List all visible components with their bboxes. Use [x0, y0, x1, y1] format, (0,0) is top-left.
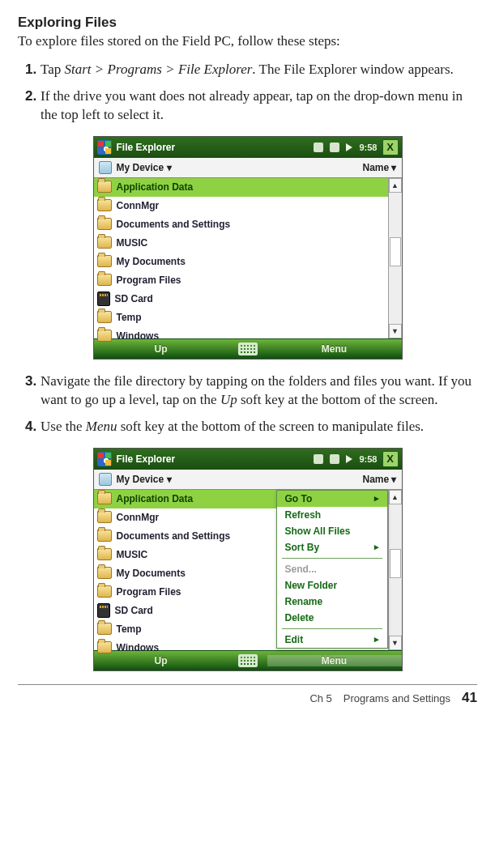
sd-card-icon [97, 603, 110, 618]
scroll-track[interactable] [389, 193, 402, 324]
sync-icon [330, 143, 339, 152]
item-label: Application Data [117, 181, 194, 193]
status-area: 9:58 [314, 454, 377, 464]
close-button[interactable]: X [382, 451, 399, 467]
item-label: Documents and Settings [117, 219, 231, 230]
folder-icon [97, 511, 112, 523]
sync-icon [330, 454, 339, 464]
start-icon[interactable] [97, 452, 112, 466]
menu-refresh[interactable]: Refresh [277, 507, 387, 523]
menu-label: Show All Files [285, 525, 351, 537]
menu-separator [282, 628, 382, 629]
location-dropdown[interactable]: My Device [117, 162, 172, 173]
close-button[interactable]: X [382, 139, 399, 155]
item-label: ConnMgr [117, 512, 160, 523]
signal-icon [314, 454, 323, 464]
step-4-text-a: Use the [41, 419, 86, 434]
menu-label: New Folder [285, 580, 338, 591]
item-label: My Documents [117, 568, 186, 579]
list-item[interactable]: Documents and Settings [94, 215, 388, 234]
menu-label: Edit [285, 634, 304, 645]
step-3: Navigate the file directory by tapping o… [41, 372, 477, 410]
folder-icon [97, 218, 112, 230]
item-label: Application Data [117, 493, 194, 504]
wm-titlebar: File Explorer 9:58 X [94, 137, 402, 158]
scroll-down-button[interactable]: ▼ [389, 636, 402, 650]
app-title: File Explorer [117, 453, 309, 465]
menu-label: Send... [285, 564, 317, 575]
clock: 9:58 [359, 143, 377, 152]
scroll-up-button[interactable]: ▲ [389, 178, 402, 193]
scrollbar[interactable]: ▲ ▼ [388, 178, 402, 338]
menu-edit[interactable]: Edit [277, 632, 387, 648]
folder-icon [97, 585, 112, 598]
folder-icon [97, 567, 112, 579]
item-label: SD Card [115, 605, 153, 616]
scroll-track[interactable] [389, 504, 402, 636]
menu-new-folder[interactable]: New Folder [277, 577, 387, 594]
item-label: Temp [117, 312, 142, 323]
step-1-path: Start > Programs > File Explorer [65, 62, 253, 77]
menu-label: Sort By [285, 542, 320, 553]
intro-text: To explore files stored on the Field PC,… [18, 32, 477, 51]
item-label: MUSIC [117, 549, 148, 560]
location-toolbar: My Device Name [94, 470, 402, 490]
step-4: Use the Menu soft key at the bottom of t… [41, 418, 477, 436]
folder-icon [97, 530, 112, 542]
folder-icon [97, 181, 112, 193]
step-1-text-b: . The File Explorer window appears. [252, 62, 453, 77]
menu-sort-by[interactable]: Sort By [277, 539, 387, 555]
list-item[interactable]: Temp [94, 308, 388, 327]
menu-label: Go To [285, 493, 313, 504]
scroll-down-button[interactable]: ▼ [389, 324, 402, 338]
menu-label: Refresh [285, 509, 322, 521]
list-item[interactable]: Windows [94, 327, 388, 346]
steps-list: Tap Start > Programs > File Explorer. Th… [18, 61, 477, 125]
sort-dropdown[interactable]: Name [362, 162, 396, 173]
start-icon[interactable] [97, 140, 112, 155]
item-label: My Documents [117, 256, 186, 267]
list-item[interactable]: MUSIC [94, 234, 388, 253]
menu-delete[interactable]: Delete [277, 610, 387, 626]
list-item[interactable]: SD Card [94, 290, 388, 308]
scroll-up-button[interactable]: ▲ [389, 490, 402, 504]
location-dropdown[interactable]: My Device [117, 474, 172, 485]
folder-icon [97, 255, 112, 267]
sort-dropdown[interactable]: Name [362, 474, 396, 485]
menu-send: Send... [277, 561, 387, 577]
volume-icon[interactable] [346, 455, 352, 463]
list-item[interactable]: Program Files [94, 271, 388, 290]
status-area: 9:58 [314, 143, 377, 152]
item-label: MUSIC [117, 237, 148, 249]
list-item[interactable]: My Documents [94, 253, 388, 271]
folder-icon [97, 330, 112, 342]
menu-show-all[interactable]: Show All Files [277, 523, 387, 539]
folder-icon [97, 492, 112, 504]
device-icon [99, 473, 112, 486]
app-title: File Explorer [117, 142, 309, 153]
menu-rename[interactable]: Rename [277, 594, 387, 610]
menu-label: Delete [285, 612, 314, 623]
scroll-thumb[interactable] [390, 549, 401, 578]
step-3-em: Up [220, 392, 237, 407]
file-list: Application Data ConnMgr Documents and S… [94, 178, 388, 338]
clock: 9:58 [359, 454, 377, 464]
steps-list-cont: Navigate the file directory by tapping o… [18, 372, 477, 436]
folder-icon [97, 641, 112, 653]
list-item[interactable]: ConnMgr [94, 197, 388, 215]
menu-goto[interactable]: Go To [277, 491, 387, 507]
scrollbar[interactable]: ▲ ▼ [388, 490, 402, 650]
volume-icon[interactable] [346, 143, 352, 151]
file-list: Application Data ConnMgr Documents and S… [94, 490, 388, 650]
screenshot-1: File Explorer 9:58 X My Device Name Appl… [18, 136, 477, 360]
step-2: If the drive you want does not already a… [41, 87, 477, 125]
folder-icon [97, 311, 112, 323]
context-menu: Go To Refresh Show All Files Sort By Sen… [276, 490, 388, 649]
list-item[interactable]: Application Data [94, 178, 388, 197]
section-heading: Exploring Files [18, 15, 477, 31]
folder-icon [97, 548, 112, 560]
location-toolbar: My Device Name [94, 158, 402, 178]
menu-separator [282, 558, 382, 559]
scroll-thumb[interactable] [390, 237, 401, 266]
device-icon [99, 161, 112, 174]
